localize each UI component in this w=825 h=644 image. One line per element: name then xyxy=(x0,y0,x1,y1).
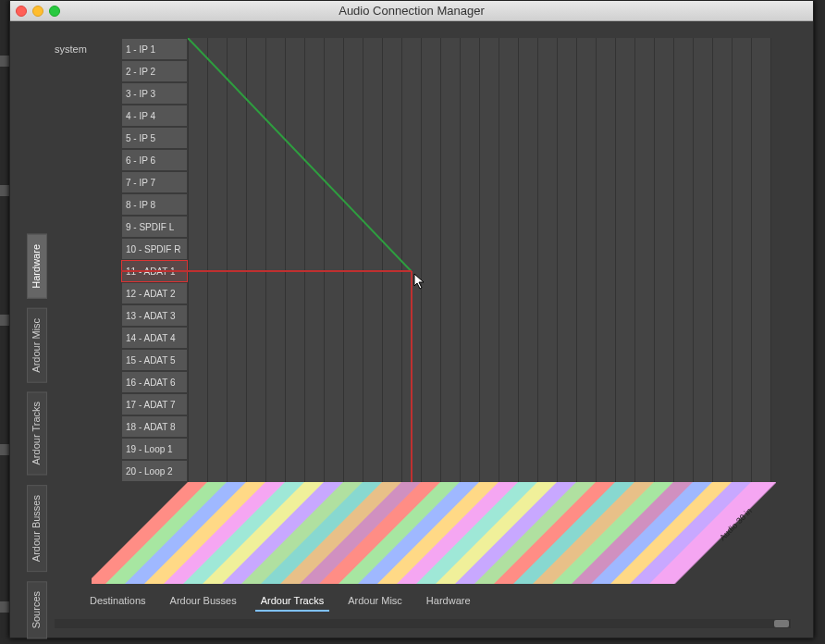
source-port-row[interactable]: 19 - Loop 1 xyxy=(121,438,188,460)
source-port-row[interactable]: 7 - IP 7 xyxy=(121,171,188,193)
destination-tab-ardour-misc[interactable]: Ardour Misc xyxy=(342,591,408,612)
source-tab-ardour-busses[interactable]: Ardour Busses xyxy=(27,485,47,572)
source-port-row[interactable]: 8 - IP 8 xyxy=(121,193,188,216)
source-tab-ardour-tracks[interactable]: Ardour Tracks xyxy=(27,391,47,475)
source-port-row[interactable]: 15 - ADAT 5 xyxy=(121,349,188,371)
source-port-row[interactable]: 4 - IP 4 xyxy=(121,105,188,127)
scrollbar-thumb[interactable] xyxy=(774,620,789,627)
source-port-row[interactable]: 2 - IP 2 xyxy=(121,60,188,82)
window-titlebar: Audio Connection Manager xyxy=(10,1,813,21)
connection-matrix[interactable] xyxy=(188,38,770,482)
horizontal-scrollbar[interactable] xyxy=(55,619,791,628)
source-port-row[interactable]: 14 - ADAT 4 xyxy=(121,327,188,349)
source-port-row[interactable]: 16 - ADAT 6 xyxy=(121,371,188,393)
window-title: Audio Connection Manager xyxy=(10,4,813,18)
destination-tab-destinations[interactable]: Destinations xyxy=(84,591,152,612)
destination-category-tabs: DestinationsArdour BussesArdour TracksAr… xyxy=(84,591,476,612)
source-port-row[interactable]: 17 - ADAT 7 xyxy=(121,393,188,415)
destination-tab-ardour-tracks[interactable]: Ardour Tracks xyxy=(255,591,329,612)
source-category-tabs: HardwareArdour MiscArdour TracksArdour B… xyxy=(27,234,47,638)
destination-tab-hardware[interactable]: Hardware xyxy=(421,591,476,612)
source-port-row[interactable]: 10 - SPDIF R xyxy=(121,238,188,260)
source-port-row[interactable]: 20 - Loop 2 xyxy=(121,460,188,482)
source-tab-hardware[interactable]: Hardware xyxy=(27,234,47,299)
source-port-row[interactable]: 5 - IP 5 xyxy=(121,127,188,149)
destination-track-strip: Audio 1 inAudio 2 inAudio 3 inAudio 4 in… xyxy=(92,482,776,584)
source-group-label: system xyxy=(55,43,87,55)
source-tab-sources[interactable]: Sources xyxy=(27,581,47,638)
destination-track-label: Audio 30 in xyxy=(718,506,754,542)
destination-tab-ardour-busses[interactable]: Ardour Busses xyxy=(165,591,242,612)
source-port-row[interactable]: 9 - SPDIF L xyxy=(121,216,188,238)
window-content: HardwareArdour MiscArdour TracksArdour B… xyxy=(10,21,813,638)
source-port-row[interactable]: 12 - ADAT 2 xyxy=(121,282,188,304)
source-port-row[interactable]: 11 - ADAT 1 xyxy=(121,260,188,282)
source-port-row[interactable]: 1 - IP 1 xyxy=(121,38,188,60)
source-port-row[interactable]: 13 - ADAT 3 xyxy=(121,304,188,327)
source-port-row[interactable]: 6 - IP 6 xyxy=(121,149,188,171)
source-port-list: 1 - IP 12 - IP 23 - IP 34 - IP 45 - IP 5… xyxy=(121,38,188,482)
audio-connection-manager-window: Audio Connection Manager HardwareArdour … xyxy=(9,0,814,638)
source-port-row[interactable]: 18 - ADAT 8 xyxy=(121,415,188,438)
source-tab-ardour-misc[interactable]: Ardour Misc xyxy=(27,308,47,383)
source-port-row[interactable]: 3 - IP 3 xyxy=(121,82,188,105)
